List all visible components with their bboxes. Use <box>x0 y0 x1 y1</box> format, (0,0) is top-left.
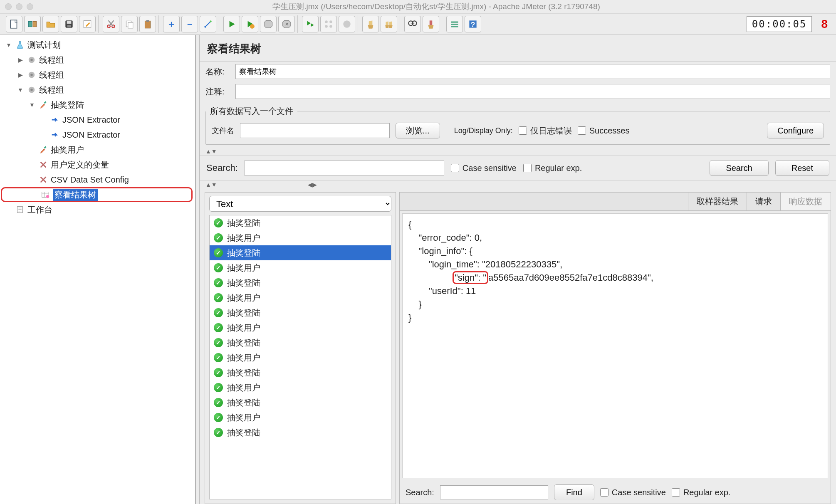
svg-text:✕: ✕ <box>285 22 289 27</box>
tree-sampler-login[interactable]: ▼ 抽奖登陆 <box>0 97 195 112</box>
minimize-window-icon[interactable] <box>16 3 22 10</box>
result-item[interactable]: ✓抽奖用户 <box>210 320 391 335</box>
expand-icon[interactable]: ▼ <box>5 42 12 48</box>
result-item[interactable]: ✓抽奖登陆 <box>210 365 391 380</box>
collapse-button[interactable]: － <box>181 16 198 32</box>
window-titlebar: 学生压测.jmx (/Users/hecom/Desktop/自动化st/学生压… <box>0 0 836 13</box>
tree-csv-config[interactable]: CSV Data Set Config <box>0 172 195 187</box>
result-item[interactable]: ✓抽奖用户 <box>210 230 391 245</box>
tree-label: 线程组 <box>39 54 64 66</box>
response-body[interactable]: { "error_code": 0, "login_info": { "logi… <box>402 213 828 478</box>
vertical-splitter[interactable] <box>195 35 200 504</box>
postproc-icon <box>50 130 60 140</box>
close-window-icon[interactable] <box>5 3 12 10</box>
toggle-button[interactable] <box>200 16 216 32</box>
browse-button[interactable]: 浏览... <box>396 123 440 138</box>
fieldset-legend: 所有数据写入一个文件 <box>206 104 297 119</box>
expand-icon[interactable]: ▶ <box>17 57 24 63</box>
search-tree-button[interactable] <box>404 16 421 32</box>
filename-input[interactable] <box>240 123 390 138</box>
case-sensitive-checkbox[interactable]: Case sensitive <box>451 163 517 173</box>
svg-rect-36 <box>44 101 46 104</box>
tree-user-vars[interactable]: 用户定义的变量 <box>0 157 195 172</box>
cut-button[interactable] <box>103 16 119 32</box>
reset-search-button[interactable] <box>423 16 439 32</box>
case-sensitive-checkbox-2[interactable]: Case sensitive <box>600 488 666 497</box>
tree-sampler-user[interactable]: 抽奖用户 <box>0 142 195 157</box>
help-button[interactable]: ? <box>465 16 481 32</box>
result-item[interactable]: ✓抽奖登陆 <box>210 215 391 230</box>
result-item[interactable]: ✓抽奖登陆 <box>210 275 391 290</box>
clear-button[interactable] <box>362 16 379 32</box>
tree-view-results-tree[interactable]: 察看结果树 <box>1 187 193 202</box>
start-button[interactable] <box>223 16 240 32</box>
expand-icon[interactable]: ▼ <box>17 86 24 93</box>
config-icon <box>38 175 48 185</box>
new-file-button[interactable] <box>6 16 22 32</box>
copy-button[interactable] <box>121 16 138 32</box>
result-item[interactable]: ✓抽奖登陆 <box>210 335 391 350</box>
result-item[interactable]: ✓抽奖用户 <box>210 380 391 395</box>
window-controls[interactable] <box>5 3 33 10</box>
result-item[interactable]: ✓抽奖登陆 <box>210 305 391 320</box>
search-input[interactable] <box>245 160 444 176</box>
success-icon: ✓ <box>214 278 223 287</box>
remote-stop-button[interactable] <box>339 16 355 32</box>
result-item[interactable]: ✓抽奖用户 <box>210 290 391 305</box>
edit-button[interactable] <box>79 16 96 32</box>
splitter-handle-2[interactable]: ▲▼ ◀▶ <box>200 180 836 189</box>
result-list[interactable]: ✓抽奖登陆✓抽奖用户✓抽奖登陆✓抽奖用户✓抽奖登陆✓抽奖用户✓抽奖登陆✓抽奖用户… <box>209 215 391 499</box>
renderer-select[interactable]: Text <box>209 196 391 212</box>
regex-checkbox[interactable]: Regular exp. <box>523 163 582 173</box>
shutdown-button[interactable]: ✕ <box>278 16 295 32</box>
listener-icon <box>40 190 50 200</box>
remote-start-all-button[interactable] <box>320 16 337 32</box>
tree-thread-group-3[interactable]: ▼ 线程组 <box>0 82 195 97</box>
remote-start-button[interactable] <box>302 16 319 32</box>
result-label: 抽奖用户 <box>227 292 260 304</box>
result-item[interactable]: ✓抽奖用户 <box>210 260 391 275</box>
expand-icon[interactable]: ▼ <box>28 101 36 108</box>
start-no-pause-button[interactable] <box>242 16 258 32</box>
name-input[interactable] <box>235 64 830 79</box>
tab-response-data[interactable]: 响应数据 <box>780 193 831 210</box>
stop-button[interactable] <box>260 16 277 32</box>
find-button[interactable]: Find <box>554 484 594 500</box>
errors-only-checkbox[interactable]: 仅日志错误 <box>519 125 572 136</box>
tab-sampler-result[interactable]: 取样器结果 <box>688 193 747 210</box>
name-label: 名称: <box>205 66 231 77</box>
expand-icon[interactable]: ▶ <box>17 72 24 78</box>
result-item[interactable]: ✓抽奖用户 <box>210 410 391 425</box>
regex-checkbox-2[interactable]: Regular exp. <box>672 488 730 497</box>
result-item[interactable]: ✓抽奖用户 <box>210 350 391 365</box>
reset-button[interactable]: Reset <box>775 160 829 176</box>
svg-point-19 <box>325 25 328 27</box>
successes-checkbox[interactable]: Successes <box>578 126 630 136</box>
success-icon: ✓ <box>214 293 223 302</box>
configure-button[interactable]: Configure <box>767 123 824 138</box>
tree-thread-group-2[interactable]: ▶ 线程组 <box>0 67 195 82</box>
tree-workbench[interactable]: 工作台 <box>0 202 195 217</box>
clear-all-button[interactable] <box>381 16 397 32</box>
open-button[interactable] <box>42 16 59 32</box>
tab-request[interactable]: 请求 <box>747 193 780 210</box>
tree-thread-group-1[interactable]: ▶ 线程组 <box>0 52 195 67</box>
function-helper-button[interactable] <box>446 16 463 32</box>
save-button[interactable] <box>61 16 77 32</box>
tree-json-extractor-1[interactable]: JSON Extractor <box>0 112 195 127</box>
result-item[interactable]: ✓抽奖登陆 <box>210 395 391 410</box>
templates-button[interactable] <box>24 16 41 32</box>
search-button[interactable]: Search <box>710 160 768 176</box>
tree-json-extractor-2[interactable]: JSON Extractor <box>0 127 195 142</box>
comment-input[interactable] <box>235 84 830 99</box>
result-item[interactable]: ✓抽奖登陆 <box>210 245 391 260</box>
splitter-handle[interactable]: ▲▼ <box>200 147 836 156</box>
expand-button[interactable]: ＋ <box>163 16 180 32</box>
response-search-input[interactable] <box>440 485 548 499</box>
result-item[interactable]: ✓抽奖登陆 <box>210 425 391 440</box>
dropper-icon <box>38 100 48 110</box>
paste-button[interactable] <box>139 16 156 32</box>
zoom-window-icon[interactable] <box>27 3 33 10</box>
tree-test-plan[interactable]: ▼ 测试计划 <box>0 37 195 52</box>
test-plan-tree[interactable]: ▼ 测试计划 ▶ 线程组 ▶ 线程组 ▼ 线程组 ▼ <box>0 35 195 504</box>
